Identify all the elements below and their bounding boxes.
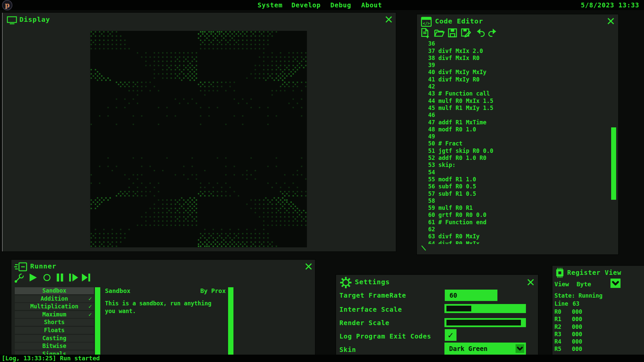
line-number: 62 [426,226,435,233]
code-line: 59mulf R0 R1 [426,204,607,212]
register-value: 000 [572,316,582,322]
code-editor-scrollbar[interactable] [611,127,616,200]
program-list-item-sandbox[interactable]: Sandbox [15,287,94,294]
code-line: 43# Function call [426,90,607,97]
line-text: divf R0 MxIy [438,233,480,240]
log-exit-codes-label: Log Program Exit Codes [339,333,431,340]
line-text: # Function end [438,219,486,226]
line-text: mulf R0 R1 [438,204,473,211]
target-framerate-input[interactable]: 60 [445,290,497,301]
render-scale-slider[interactable] [444,318,526,327]
display-canvas [90,31,307,247]
log-exit-codes-checkbox[interactable]: ✓ [445,329,457,341]
program-list-scrollbar[interactable] [95,287,100,355]
line-label: Line [554,300,568,307]
program-list-item-bitwise[interactable]: Bitwise [15,343,94,350]
line-text: # Function call [438,90,490,97]
resize-handle-icon[interactable] [421,245,427,251]
display-close-button[interactable] [385,15,393,23]
register-name: R0 [554,308,561,315]
view-mode-dropdown-button[interactable] [610,279,621,288]
program-list-item-floats[interactable]: Floats [15,327,94,334]
code-editor-close-button[interactable] [607,17,615,25]
save-as-icon[interactable] [461,28,471,38]
undo-icon[interactable] [475,28,485,38]
settings-close-button[interactable] [527,278,535,286]
check-icon: ✓ [89,295,92,302]
menu-develop[interactable]: Develop [291,1,321,9]
program-label: Sandbox [42,287,66,294]
program-list-item-addition[interactable]: Addition✓ [15,295,94,302]
line-number: 37 [426,48,435,55]
line-number: 56 [426,183,435,190]
render-scale-slider-fill [446,320,521,325]
program-list-item-maximum[interactable]: Maximum✓ [15,311,94,318]
program-list-item-casting[interactable]: Casting [15,335,94,342]
open-folder-icon[interactable] [434,28,444,38]
register-row-r4: R4000 [554,338,642,346]
play-button-icon[interactable] [28,273,38,283]
new-file-icon[interactable] [420,28,430,38]
code-line: 53skip: [426,162,607,169]
register-row-r1: R1000 [554,316,642,323]
runner-close-button[interactable] [305,262,313,270]
code-editor-toolbar [420,28,514,39]
check-icon: ✓ [89,303,92,310]
code-line: 60grtf R0 R0 0.0 [426,212,607,219]
program-label: Addition [41,295,68,302]
line-number: 61 [426,219,435,226]
line-number: 51 [426,147,435,155]
line-text: divf MxIy R0 [438,76,480,83]
code-text-area[interactable]: 35mulf MxIx MxIx3637divf MxIx 2.038divf … [426,39,607,244]
line-number: 41 [426,76,435,83]
code-line: 41divf MxIy R0 [426,76,607,83]
runner-title: Runner [30,262,56,270]
display-window-title: Display [19,15,50,23]
program-list-item-multiplication[interactable]: Multiplication✓ [15,303,94,310]
runner-icon [14,262,28,272]
skin-dropdown-value: Dark Green [444,345,487,352]
skin-dropdown[interactable]: Dark Green [444,343,526,355]
line-text: # Fract [438,140,463,147]
line-number: 46 [426,112,435,119]
program-label: Floats [44,327,64,334]
stop-button-icon[interactable] [42,273,52,283]
chevron-down-icon [516,344,524,353]
step-button-icon[interactable] [68,273,78,283]
register-value: 000 [572,308,582,315]
register-list: R0000R1000R2000R3000R4000R5000 [554,308,642,353]
register-value: 000 [572,331,582,338]
detail-panel-scrollbar[interactable] [228,287,233,355]
program-list-item-shorts[interactable]: Shorts [15,319,94,326]
program-label: Shorts [44,319,64,325]
register-row-r3: R3000 [554,331,642,338]
line-number: 50 [426,140,435,147]
skip-to-end-button-icon[interactable] [81,273,91,283]
line-text: jgtf skip R0 0.0 [438,147,493,154]
render-scale-label: Render Scale [339,319,389,326]
line-value: 63 [573,300,579,307]
code-line: 38divf MxIx R0 [426,55,607,62]
menu-system[interactable]: System [258,1,283,9]
register-value: 000 [572,323,582,330]
line-number: 42 [426,83,435,90]
code-line: 62 [426,226,607,233]
line-text: subf R1 0.5 [438,190,476,197]
register-row-r5: R5000 [554,346,642,353]
menu-about[interactable]: About [361,1,382,9]
interface-scale-slider[interactable] [444,304,526,313]
line-number: 60 [426,212,435,219]
program-description: This is a sandbox, run anything you want… [105,300,222,315]
pause-button-icon[interactable] [56,273,66,283]
redo-icon[interactable] [487,28,497,38]
code-line: 57subf R1 0.5 [426,190,607,197]
menu-debug[interactable]: Debug [330,1,351,9]
code-line: 37divf MxIx 2.0 [426,48,607,55]
line-text: modf R0 1.0 [438,126,476,133]
check-icon: ✓ [89,311,92,318]
code-line: 58 [426,197,607,204]
state-text: State: Running [554,292,602,299]
line-number: 55 [426,176,435,183]
save-icon[interactable] [448,28,458,38]
wrench-icon[interactable] [14,273,24,283]
